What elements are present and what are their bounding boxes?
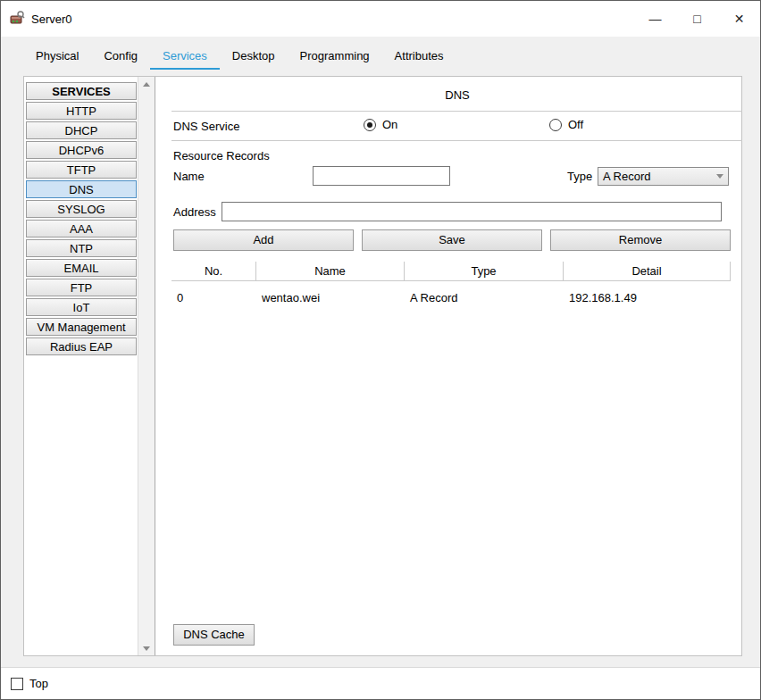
tab-programming[interactable]: Programming <box>288 43 382 70</box>
close-button[interactable]: ✕ <box>718 1 760 37</box>
sidebar-item-dhcp[interactable]: DHCP <box>26 121 137 139</box>
sidebar-item-radius-eap[interactable]: Radius EAP <box>26 338 137 355</box>
sidebar-item-syslog[interactable]: SYSLOG <box>26 200 137 218</box>
app-icon <box>9 11 25 27</box>
name-label: Name <box>173 170 205 183</box>
top-checkbox[interactable] <box>11 678 23 690</box>
resource-records-label: Resource Records <box>173 149 270 162</box>
tab-attributes[interactable]: Attributes <box>382 43 456 70</box>
sidebar-item-ftp[interactable]: FTP <box>26 279 137 296</box>
radio-off[interactable] <box>549 119 562 131</box>
column-header-detail: Detail <box>564 262 731 280</box>
dns-service-off-option[interactable]: Off <box>549 118 583 131</box>
dns-service-on-option[interactable]: On <box>364 118 397 131</box>
sidebar-item-http[interactable]: HTTP <box>26 102 137 120</box>
table-row[interactable]: 0 wentao.wei A Record 192.168.1.49 <box>171 289 731 307</box>
chevron-down-icon <box>712 168 728 185</box>
close-icon: ✕ <box>734 12 745 26</box>
minimize-icon: — <box>649 12 662 26</box>
dns-service-label: DNS Service <box>173 120 239 133</box>
sidebar-item-email[interactable]: EMAIL <box>26 259 137 277</box>
remove-button[interactable]: Remove <box>550 229 731 251</box>
column-header-type: Type <box>405 262 564 280</box>
tab-physical[interactable]: Physical <box>23 43 91 70</box>
address-label: Address <box>173 205 216 219</box>
address-input[interactable] <box>222 202 722 221</box>
services-sidebar: SERVICES HTTP DHCP DHCPv6 TFTP DNS SYSLO… <box>24 77 155 655</box>
cell-no: 0 <box>171 289 256 307</box>
column-header-name: Name <box>256 262 405 280</box>
divider <box>171 111 742 112</box>
tab-bar: Physical Config Services Desktop Program… <box>23 43 456 70</box>
scroll-down-icon[interactable] <box>138 641 155 655</box>
tab-desktop[interactable]: Desktop <box>220 43 288 70</box>
cell-name: wentao.wei <box>256 289 405 307</box>
sidebar-item-iot[interactable]: IoT <box>26 298 137 316</box>
cell-detail: 192.168.1.49 <box>564 289 731 307</box>
address-row: Address <box>171 202 743 223</box>
add-button[interactable]: Add <box>173 229 354 251</box>
records-table-header: No. Name Type Detail <box>171 262 731 281</box>
sidebar-scrollbar[interactable] <box>138 77 155 655</box>
records-table: No. Name Type Detail 0 wentao.wei A Reco… <box>171 262 731 307</box>
minimize-button[interactable]: — <box>634 1 676 37</box>
pane-title: DNS <box>171 88 743 102</box>
sidebar-item-aaa[interactable]: AAA <box>26 220 137 238</box>
sidebar-item-vm-management[interactable]: VM Management <box>26 318 137 336</box>
maximize-icon: □ <box>693 12 700 26</box>
window-title: Server0 <box>31 12 72 26</box>
name-input[interactable] <box>313 166 450 186</box>
titlebar: Server0 — □ ✕ <box>1 1 760 37</box>
type-select[interactable]: A Record <box>598 167 729 186</box>
footer-bar: Top <box>1 667 760 699</box>
services-header: SERVICES <box>26 82 137 100</box>
top-checkbox-label: Top <box>29 677 48 690</box>
divider <box>171 140 742 141</box>
save-button[interactable]: Save <box>362 229 542 251</box>
tab-services[interactable]: Services <box>150 43 220 70</box>
dns-pane: DNS DNS Service On Off Resource Records … <box>171 77 743 655</box>
maximize-button[interactable]: □ <box>676 1 718 37</box>
radio-on-label: On <box>382 118 397 131</box>
services-list: SERVICES HTTP DHCP DHCPv6 TFTP DNS SYSLO… <box>26 80 137 355</box>
dns-cache-button[interactable]: DNS Cache <box>173 624 255 646</box>
radio-off-label: Off <box>568 118 583 131</box>
sidebar-item-dhcpv6[interactable]: DHCPv6 <box>26 141 137 159</box>
type-label: Type <box>567 170 592 183</box>
content-panel: SERVICES HTTP DHCP DHCPv6 TFTP DNS SYSLO… <box>23 76 742 656</box>
type-selected-value: A Record <box>598 170 712 183</box>
sidebar-item-ntp[interactable]: NTP <box>26 239 137 257</box>
window-controls: — □ ✕ <box>634 1 760 37</box>
radio-on[interactable] <box>364 119 376 131</box>
cell-type: A Record <box>405 289 564 307</box>
scroll-up-icon[interactable] <box>138 77 155 91</box>
column-header-no: No. <box>171 262 256 280</box>
sidebar-item-tftp[interactable]: TFTP <box>26 161 137 179</box>
tab-config[interactable]: Config <box>91 43 150 70</box>
server-window: Server0 — □ ✕ Physical Config Services D… <box>0 0 761 700</box>
sidebar-item-dns[interactable]: DNS <box>26 180 137 198</box>
name-row: Name Type A Record <box>171 166 743 188</box>
